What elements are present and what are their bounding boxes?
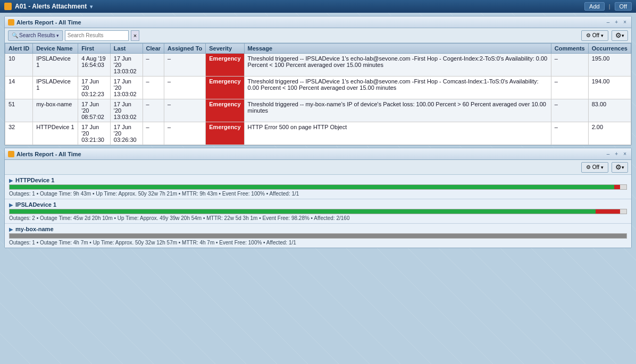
alerts-panel-1: Alerts Report - All Time – + × 🔍 Search … — [4, 16, 632, 146]
col-device-name: Device Name — [33, 44, 78, 54]
availability-bar — [9, 233, 627, 239]
cell-last: 17 Jun '20 03:26:30 — [110, 122, 143, 145]
alerts-panel-2: Alerts Report - All Time – + × ⚙ Off ▾ ⚙… — [4, 148, 632, 248]
toolbar-right: ⚙ Off ▾ ⚙ ▾ — [581, 30, 628, 41]
col-severity: Severity — [206, 44, 244, 54]
toggle-icon-2: ⚙ — [586, 164, 591, 170]
cell-message: HTTP Error 500 on page HTTP Object — [244, 122, 551, 145]
panel-2-title: Alerts Report - All Time — [8, 151, 81, 157]
search-container: 🔍 Search Results ▾ × — [8, 30, 139, 41]
title-arrow: ▾ — [90, 4, 93, 10]
cell-last: 17 Jun '20 13:03:02 — [110, 99, 143, 122]
divider: | — [609, 3, 610, 10]
cell-first: 4 Aug '19 16:54:03 — [78, 54, 111, 77]
cell-message: Threshold triggered -- IPSLADevice 1's e… — [244, 54, 551, 77]
search-input[interactable] — [65, 30, 129, 41]
cell-clear: – — [143, 54, 164, 77]
toggle-icon: ⚙ — [586, 32, 591, 38]
cell-clear: – — [143, 122, 164, 145]
close-btn-2[interactable]: × — [622, 151, 628, 157]
expand-icon[interactable]: ▶ — [9, 202, 13, 208]
device-name-label: my-box-name — [15, 226, 54, 232]
cell-device-name: IPSLADevice 1 — [33, 77, 78, 99]
cell-comments: – — [551, 122, 588, 145]
gear-icon-2: ⚙ — [615, 163, 622, 171]
minimize-btn-2[interactable]: – — [605, 151, 612, 157]
title-bar-right: Add | Off — [584, 2, 632, 11]
search-label: 🔍 Search Results ▾ — [8, 30, 63, 41]
cell-first: 17 Jun '20 03:21:30 — [78, 122, 111, 145]
gear-arrow-2: ▾ — [622, 165, 624, 170]
cell-occurrences: 194.00 — [588, 77, 631, 99]
table-row: 32HTTPDevice 117 Jun '20 03:21:3017 Jun … — [5, 122, 631, 145]
off-button[interactable]: Off — [615, 2, 632, 11]
cell-clear: – — [143, 99, 164, 122]
col-last: Last — [110, 44, 143, 54]
panel-2-icon — [8, 151, 14, 157]
expand-icon[interactable]: ▶ — [9, 177, 13, 183]
search-clear-btn[interactable]: × — [131, 30, 139, 41]
gear-arrow: ▾ — [622, 33, 624, 38]
dropdown-icon: ▾ — [56, 33, 59, 38]
title-bar: A01 - Alerts Attachment ▾ Add | Off — [0, 0, 636, 13]
cell-alert-id: 32 — [5, 122, 33, 145]
cell-assigned-to: – — [164, 99, 206, 122]
cell-message: Threshold triggered -- IPSLADevice 1's e… — [244, 77, 551, 99]
avail-device-header: ▶HTTPDevice 1 — [9, 177, 627, 183]
toolbar-2-right: ⚙ Off ▾ ⚙ ▾ — [581, 162, 628, 173]
cell-last: 17 Jun '20 13:03:02 — [110, 77, 143, 99]
panel-1-toolbar: 🔍 Search Results ▾ × ⚙ Off ▾ ⚙ ▾ — [5, 28, 631, 43]
title-bar-left: A01 - Alerts Attachment ▾ — [4, 3, 584, 10]
close-btn-1[interactable]: × — [622, 19, 628, 25]
avail-device-header: ▶IPSLADevice 1 — [9, 201, 627, 208]
col-assigned-to: Assigned To — [164, 44, 206, 54]
off-toggle-btn[interactable]: ⚙ Off ▾ — [581, 30, 608, 41]
cell-message: Threshold triggered -- my-box-name's IP … — [244, 99, 551, 122]
panel-1-title: Alerts Report - All Time — [8, 19, 81, 26]
cell-last: 17 Jun '20 13:03:02 — [110, 54, 143, 77]
cell-assigned-to: – — [164, 54, 206, 77]
availability-stats: Outages: 2 • Outage Time: 45w 2d 20h 10m… — [9, 215, 627, 221]
cell-comments: – — [551, 54, 588, 77]
cell-alert-id: 14 — [5, 77, 33, 99]
cell-occurrences: 2.00 — [588, 122, 631, 145]
table-row: 14IPSLADevice 117 Jun '20 03:12:2317 Jun… — [5, 77, 631, 99]
device-name-label: HTTPDevice 1 — [15, 177, 54, 183]
cell-severity: Emergency — [206, 122, 244, 145]
maximize-btn-2[interactable]: + — [613, 151, 620, 157]
panel-1-header: Alerts Report - All Time – + × — [5, 16, 631, 28]
col-alert-id: Alert ID — [5, 44, 33, 54]
avail-device-header: ▶my-box-name — [9, 226, 627, 232]
dropdown-arrow: ▾ — [601, 33, 604, 38]
cell-alert-id: 51 — [5, 99, 33, 122]
availability-bar — [9, 184, 627, 190]
availability-rows: ▶HTTPDevice 1Outages: 1 • Outage Time: 9… — [5, 175, 631, 248]
alerts-table-wrapper: Alert ID Device Name First Last Clear As… — [5, 43, 631, 145]
gear-settings-btn-2[interactable]: ⚙ ▾ — [612, 162, 628, 173]
table-header-row: Alert ID Device Name First Last Clear As… — [5, 44, 631, 54]
minimize-btn-1[interactable]: – — [605, 19, 612, 25]
col-comments: Comments — [551, 44, 588, 54]
expand-icon[interactable]: ▶ — [9, 226, 13, 232]
panel-2-header: Alerts Report - All Time – + × — [5, 148, 631, 160]
cell-clear: – — [143, 77, 164, 99]
avail-device-row: ▶HTTPDevice 1Outages: 1 • Outage Time: 9… — [5, 175, 631, 199]
add-button[interactable]: Add — [584, 2, 605, 11]
dropdown-arrow-2: ▾ — [601, 165, 604, 170]
maximize-btn-1[interactable]: + — [613, 19, 620, 25]
col-clear: Clear — [143, 44, 164, 54]
panel-1-icon — [8, 19, 14, 26]
cell-occurrences: 195.00 — [588, 54, 631, 77]
cell-first: 17 Jun '20 08:57:02 — [78, 99, 111, 122]
panel-2-toolbar: ⚙ Off ▾ ⚙ ▾ — [5, 160, 631, 175]
gear-settings-btn[interactable]: ⚙ ▾ — [612, 30, 628, 41]
availability-stats: Outages: 1 • Outage Time: 4h 7m • Up Tim… — [9, 240, 627, 246]
cell-first: 17 Jun '20 03:12:23 — [78, 77, 111, 99]
search-icon: 🔍 — [12, 32, 18, 38]
panel-1-controls: – + × — [605, 19, 628, 25]
cell-severity: Emergency — [206, 77, 244, 99]
col-first: First — [78, 44, 111, 54]
off-toggle-btn-2[interactable]: ⚙ Off ▾ — [581, 162, 608, 173]
cell-comments: – — [551, 99, 588, 122]
availability-stats: Outages: 1 • Outage Time: 9h 43m • Up Ti… — [9, 191, 627, 197]
